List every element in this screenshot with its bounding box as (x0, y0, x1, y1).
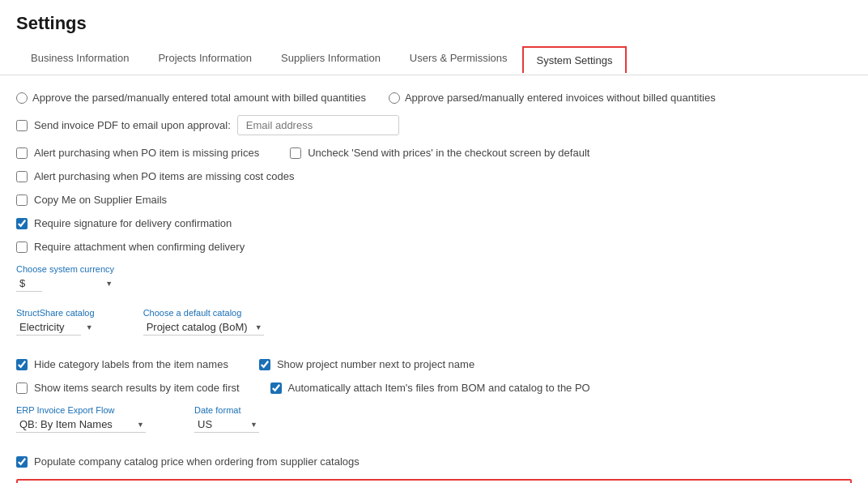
disable-free-text-row: Disable free-text input in order creatio… (16, 479, 852, 483)
content-area: Approve the parsed/manually entered tota… (0, 75, 868, 483)
approve-radio-2-input[interactable] (389, 92, 400, 104)
date-format-field: Date format US (194, 405, 259, 433)
require-attachment-checkbox[interactable]: Require attachment when confirming deliv… (16, 241, 245, 253)
alert-po-prices-checkbox[interactable]: Alert purchasing when PO item is missing… (16, 147, 259, 159)
currency-label: Choose system currency (16, 264, 114, 274)
uncheck-send-prices-checkbox[interactable]: Uncheck 'Send with prices' in the checko… (290, 147, 589, 159)
approve-radio-2[interactable]: Approve parsed/manually entered invoices… (389, 92, 716, 104)
default-catalog-wrapper: Project catalog (BoM) (143, 319, 264, 336)
date-format-wrapper: US (194, 417, 259, 433)
copy-me-input[interactable] (16, 194, 28, 206)
show-project-number-label: Show project number next to project name (277, 358, 474, 370)
hide-category-row: Hide category labels from the item names… (16, 358, 852, 370)
show-items-search-label: Show items search results by item code f… (34, 382, 240, 394)
alert-po-prices-input[interactable] (16, 147, 28, 159)
currency-field: Choose system currency $ (16, 264, 114, 292)
email-input[interactable] (237, 115, 399, 135)
require-signature-label: Require signature for delivery confirmat… (34, 217, 232, 229)
date-format-label: Date format (194, 405, 259, 415)
require-attachment-input[interactable] (16, 242, 28, 253)
date-format-select[interactable]: US (194, 417, 259, 433)
alert-po-cost-codes-row: Alert purchasing when PO items are missi… (16, 170, 852, 182)
send-invoice-row: Send invoice PDF to email upon approval: (16, 115, 852, 135)
erp-dropdown-wrapper: QB: By Item Names (16, 417, 146, 433)
copy-me-checkbox[interactable]: Copy Me on Supplier Emails (16, 194, 167, 206)
show-project-number-checkbox[interactable]: Show project number next to project name (259, 358, 474, 370)
show-items-search-checkbox[interactable]: Show items search results by item code f… (16, 382, 240, 394)
default-catalog-label: Choose a default catalog (143, 308, 264, 318)
populate-catalog-label: Populate company catalog price when orde… (34, 455, 360, 468)
require-signature-checkbox[interactable]: Require signature for delivery confirmat… (16, 217, 232, 229)
tab-suppliers[interactable]: Suppliers Information (266, 44, 395, 75)
catalogs-row: StructShare catalog Electricity Choose a… (16, 308, 852, 347)
require-signature-input[interactable] (16, 218, 28, 229)
structshare-catalog-field: StructShare catalog Electricity (16, 308, 95, 336)
default-catalog-field: Choose a default catalog Project catalog… (143, 308, 264, 336)
hide-category-input[interactable] (16, 359, 28, 370)
currency-catalog-row: Choose system currency $ (16, 264, 852, 303)
default-catalog-select[interactable]: Project catalog (BoM) (143, 319, 264, 336)
erp-date-row: ERP Invoice Export Flow QB: By Item Name… (16, 405, 852, 444)
approve-radio-1-label: Approve the parsed/manually entered tota… (32, 92, 366, 104)
uncheck-send-prices-input[interactable] (290, 147, 301, 159)
approve-radio-1[interactable]: Approve the parsed/manually entered tota… (16, 92, 366, 104)
structshare-catalog-select[interactable]: Electricity (16, 319, 81, 336)
show-items-search-input[interactable] (16, 383, 28, 394)
erp-field: ERP Invoice Export Flow QB: By Item Name… (16, 405, 146, 433)
approve-radio-1-input[interactable] (16, 92, 28, 104)
tab-business[interactable]: Business Information (16, 44, 143, 75)
approve-row: Approve the parsed/manually entered tota… (16, 92, 852, 104)
copy-me-row: Copy Me on Supplier Emails (16, 194, 852, 206)
page-container: Settings Business Information Projects I… (0, 0, 868, 483)
auto-attach-checkbox[interactable]: Automatically attach Item's files from B… (270, 382, 590, 394)
erp-select[interactable]: QB: By Item Names (16, 417, 146, 433)
require-attachment-label: Require attachment when confirming deliv… (34, 241, 245, 253)
structshare-catalog-wrapper: Electricity (16, 319, 95, 336)
hide-category-checkbox[interactable]: Hide category labels from the item names (16, 358, 228, 370)
alert-po-cost-codes-checkbox[interactable]: Alert purchasing when PO items are missi… (16, 170, 295, 182)
auto-attach-input[interactable] (270, 383, 282, 394)
auto-attach-label: Automatically attach Item's files from B… (288, 382, 590, 394)
populate-catalog-row: Populate company catalog price when orde… (16, 455, 852, 468)
hide-category-label: Hide category labels from the item names (34, 358, 228, 370)
require-signature-row: Require signature for delivery confirmat… (16, 217, 852, 229)
uncheck-send-prices-label: Uncheck 'Send with prices' in the checko… (308, 147, 589, 159)
tab-projects[interactable]: Projects Information (143, 44, 266, 75)
show-project-number-input[interactable] (259, 359, 270, 370)
populate-catalog-input[interactable] (16, 456, 28, 468)
alert-po-cost-codes-label: Alert purchasing when PO items are missi… (34, 170, 295, 182)
send-invoice-checkbox-input[interactable] (16, 120, 28, 131)
page-title: Settings (16, 13, 852, 34)
alert-po-prices-row: Alert purchasing when PO item is missing… (16, 147, 852, 159)
tabs-bar: Business Information Projects Informatio… (16, 44, 852, 75)
populate-catalog-checkbox[interactable]: Populate company catalog price when orde… (16, 455, 360, 468)
header: Settings Business Information Projects I… (0, 0, 868, 75)
structshare-catalog-label: StructShare catalog (16, 308, 95, 318)
tab-users[interactable]: Users & Permissions (395, 44, 522, 75)
send-invoice-label: Send invoice PDF to email upon approval: (34, 119, 231, 131)
alert-po-cost-codes-input[interactable] (16, 171, 28, 182)
currency-select[interactable]: $ (16, 276, 42, 292)
alert-po-prices-label: Alert purchasing when PO item is missing… (34, 147, 259, 159)
tab-system[interactable]: System Settings (522, 46, 628, 73)
show-items-search-row: Show items search results by item code f… (16, 382, 852, 394)
send-invoice-checkbox[interactable]: Send invoice PDF to email upon approval: (16, 119, 231, 131)
approve-radio-2-label: Approve parsed/manually entered invoices… (405, 92, 716, 104)
erp-label: ERP Invoice Export Flow (16, 405, 146, 415)
copy-me-label: Copy Me on Supplier Emails (34, 194, 167, 206)
require-attachment-row: Require attachment when confirming deliv… (16, 241, 852, 253)
currency-dropdown-wrapper: $ (16, 276, 114, 292)
